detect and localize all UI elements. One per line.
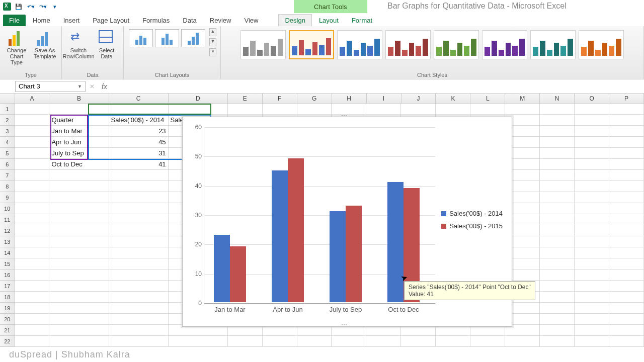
cell-N2[interactable] — [540, 115, 575, 126]
tab-design[interactable]: Design — [278, 14, 311, 26]
cell-A11[interactable] — [15, 214, 50, 225]
cell-C18[interactable] — [109, 292, 169, 303]
formula-bar-input[interactable] — [112, 81, 644, 92]
cell-M22[interactable] — [505, 336, 540, 347]
tab-format[interactable]: Format — [346, 15, 378, 26]
cell-N7[interactable] — [540, 170, 575, 181]
switch-row-column-button[interactable]: Switch Row/Column — [66, 28, 91, 59]
cell-P22[interactable] — [609, 336, 644, 347]
cell-D1[interactable] — [169, 104, 228, 115]
cell-P17[interactable] — [609, 281, 644, 292]
cell-C15[interactable] — [109, 258, 169, 269]
bar-Sales-00-2015-2[interactable] — [346, 206, 362, 303]
tab-file[interactable]: File — [3, 15, 26, 26]
tab-review[interactable]: Review — [204, 15, 237, 26]
row-header-5[interactable]: 5 — [0, 148, 15, 159]
cell-A3[interactable] — [15, 126, 50, 137]
cell-B7[interactable] — [49, 170, 109, 181]
col-header-A[interactable]: A — [15, 94, 50, 104]
cell-D22[interactable] — [169, 336, 228, 347]
chart-style-6[interactable] — [482, 30, 527, 59]
cell-K1[interactable] — [436, 104, 470, 115]
row-header-18[interactable]: 18 — [0, 292, 15, 303]
cell-B18[interactable] — [49, 292, 109, 303]
cell-A4[interactable] — [15, 137, 50, 148]
col-header-N[interactable]: N — [540, 94, 575, 104]
row-header-6[interactable]: 6 — [0, 159, 15, 170]
cell-B1[interactable] — [49, 104, 109, 115]
cell-A19[interactable] — [15, 303, 50, 314]
tab-home[interactable]: Home — [27, 15, 56, 26]
row-header-16[interactable]: 16 — [0, 269, 15, 281]
cancel-formula-icon[interactable]: ✕ — [90, 83, 95, 90]
cell-N16[interactable] — [540, 269, 575, 281]
cell-N11[interactable] — [540, 214, 575, 225]
row-header-22[interactable]: 22 — [0, 336, 15, 347]
cell-H22[interactable] — [332, 336, 366, 347]
cell-C3[interactable]: 23 — [109, 126, 169, 137]
cell-G22[interactable] — [297, 336, 332, 347]
cell-P12[interactable] — [609, 225, 644, 236]
cell-P2[interactable] — [609, 115, 644, 126]
cell-A14[interactable] — [15, 247, 50, 258]
cell-O2[interactable] — [575, 115, 609, 126]
cell-N17[interactable] — [540, 281, 575, 292]
select-data-button[interactable]: Select Data — [94, 28, 119, 59]
cell-P13[interactable] — [609, 236, 644, 247]
redo-icon[interactable]: ↷▾ — [38, 2, 47, 11]
cell-J1[interactable] — [401, 104, 436, 115]
cell-O14[interactable] — [575, 247, 609, 258]
cell-N15[interactable] — [540, 258, 575, 269]
cell-P6[interactable] — [609, 159, 644, 170]
cell-C12[interactable] — [109, 225, 169, 236]
cell-C9[interactable] — [109, 192, 169, 203]
cell-O13[interactable] — [575, 236, 609, 247]
cell-N13[interactable] — [540, 236, 575, 247]
cell-C1[interactable] — [109, 104, 169, 115]
name-box-dropdown-icon[interactable]: ▼ — [77, 84, 82, 89]
chart-layout-2[interactable] — [155, 29, 179, 47]
qat-customize-icon[interactable]: ▾ — [50, 2, 59, 11]
cell-N4[interactable] — [540, 137, 575, 148]
cell-L1[interactable] — [470, 104, 505, 115]
cell-N9[interactable] — [540, 192, 575, 203]
cell-A9[interactable] — [15, 192, 50, 203]
cell-N8[interactable] — [540, 181, 575, 192]
cell-O4[interactable] — [575, 137, 609, 148]
row-header-8[interactable]: 8 — [0, 181, 15, 192]
chart-layout-1[interactable] — [129, 29, 153, 47]
cell-N20[interactable] — [540, 314, 575, 325]
cell-A7[interactable] — [15, 170, 50, 181]
row-header-9[interactable]: 9 — [0, 192, 15, 203]
cell-N1[interactable] — [540, 104, 575, 115]
col-header-G[interactable]: G — [297, 94, 332, 104]
tab-view[interactable]: View — [238, 15, 264, 26]
cell-P15[interactable] — [609, 258, 644, 269]
cell-N3[interactable] — [540, 126, 575, 137]
cell-C22[interactable] — [109, 336, 169, 347]
cell-A18[interactable] — [15, 292, 50, 303]
cell-P16[interactable] — [609, 269, 644, 281]
cell-A20[interactable] — [15, 314, 50, 325]
row-header-19[interactable]: 19 — [0, 303, 15, 314]
cell-N19[interactable] — [540, 303, 575, 314]
cell-C19[interactable] — [109, 303, 169, 314]
cell-C14[interactable] — [109, 247, 169, 258]
cell-O1[interactable] — [575, 104, 609, 115]
cell-C17[interactable] — [109, 281, 169, 292]
row-header-2[interactable]: 2 — [0, 115, 15, 126]
cell-P7[interactable] — [609, 170, 644, 181]
layouts-more[interactable]: ▾ — [209, 48, 216, 56]
cell-P19[interactable] — [609, 303, 644, 314]
cell-B19[interactable] — [49, 303, 109, 314]
cell-N6[interactable] — [540, 159, 575, 170]
cell-A5[interactable] — [15, 148, 50, 159]
col-header-F[interactable]: F — [263, 94, 297, 104]
cell-O21[interactable] — [575, 325, 609, 336]
col-header-I[interactable]: I — [367, 94, 401, 104]
cell-B16[interactable] — [49, 269, 109, 281]
cell-P1[interactable] — [609, 104, 644, 115]
chart-layout-3[interactable] — [181, 29, 205, 47]
col-header-D[interactable]: D — [169, 94, 228, 104]
cell-O20[interactable] — [575, 314, 609, 325]
